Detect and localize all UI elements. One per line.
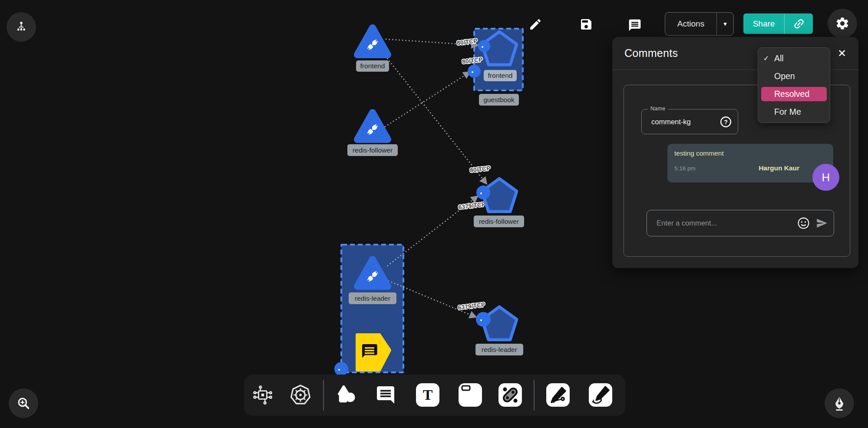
pen-path-tool-button[interactable]	[546, 383, 570, 407]
zoom-in-icon	[16, 396, 31, 411]
filter-option-all[interactable]: ✓ All	[758, 50, 830, 67]
infra-tool-button[interactable]	[252, 384, 274, 406]
toolbar-divider	[323, 380, 324, 411]
pencil-icon	[528, 17, 542, 31]
svg-text:frontend: frontend	[488, 72, 513, 79]
avatar: H	[812, 164, 839, 191]
frame-tool-button[interactable]	[459, 383, 482, 407]
comment-input-box[interactable]	[647, 210, 834, 236]
port-label: 6379/TCP	[458, 301, 486, 311]
node-service-frontend[interactable]	[357, 28, 388, 55]
comment-name-field[interactable]: Name ?	[641, 109, 738, 134]
edit-button[interactable]	[525, 14, 546, 35]
check-icon: ✓	[758, 54, 774, 63]
name-field-label: Name	[648, 106, 668, 112]
send-icon[interactable]	[816, 217, 828, 229]
filter-option-for-me[interactable]: For Me	[758, 103, 830, 121]
actions-label: Actions	[665, 19, 716, 29]
label-service-redis-leader: redis-leader	[349, 292, 396, 304]
frame-tool-icon	[459, 383, 482, 407]
settings-button[interactable]	[828, 9, 857, 38]
label-pod-redis-leader: redis-leader	[475, 344, 523, 355]
comments-filter-menu: ✓ All Open Resolved For Me	[758, 47, 830, 123]
connector-tool-button[interactable]	[498, 383, 522, 407]
label-pod-redis-follower: redis-follower	[474, 216, 524, 227]
comment-text: testing comment	[674, 149, 826, 157]
svg-text:redis-follower: redis-follower	[479, 218, 519, 225]
comment-time: 5:16 pm	[674, 165, 696, 172]
kubernetes-icon	[289, 384, 312, 406]
text-tool-icon: T	[416, 383, 439, 407]
pen-mode-button[interactable]	[825, 388, 854, 418]
panel-title: Comments	[624, 47, 678, 60]
node-pod-redis-leader[interactable]	[476, 307, 517, 340]
node-service-redis-follower[interactable]	[357, 113, 388, 139]
pen-nib-icon	[832, 395, 847, 411]
shape-toolbar: T	[244, 375, 625, 416]
text-tool-button[interactable]: T	[416, 383, 439, 407]
svg-text:redis-leader: redis-leader	[482, 346, 517, 353]
label-group-guestbook: guestbook	[479, 94, 519, 106]
filter-option-open[interactable]: Open	[758, 67, 830, 85]
comment-icon	[628, 18, 642, 32]
comment-bubble[interactable]: testing comment 5:16 pm Hargun Kaur	[667, 144, 833, 182]
connector-icon	[498, 383, 522, 407]
edge-redis-follower-svc-to-frontend-pod[interactable]	[385, 73, 469, 127]
shapes-tool-button[interactable]	[335, 384, 358, 406]
chevron-down-icon[interactable]: ▾	[717, 20, 733, 28]
comments-toggle-button[interactable]	[624, 15, 645, 36]
emoji-icon[interactable]	[797, 217, 810, 229]
chip-icon	[252, 384, 274, 406]
toolbar-divider	[534, 380, 535, 411]
hierarchy-icon	[14, 20, 28, 34]
share-label: Share	[743, 19, 784, 29]
group-endpoint[interactable]	[334, 362, 348, 376]
port-label: 80/TCP	[469, 165, 491, 174]
svg-text:redis-follower: redis-follower	[353, 146, 393, 154]
comment-tool-icon	[375, 385, 396, 405]
scribble-tool-button[interactable]	[589, 383, 612, 407]
comment-input[interactable]	[656, 219, 797, 228]
label-service-frontend: frontend	[356, 60, 389, 72]
scribble-pen-icon	[589, 383, 612, 407]
comment-tool-button[interactable]	[375, 385, 396, 405]
save-icon	[579, 17, 593, 31]
filter-option-resolved[interactable]: Resolved	[758, 85, 830, 103]
svg-text:frontend: frontend	[360, 62, 385, 70]
svg-text:?: ?	[724, 119, 728, 126]
svg-text:guestbook: guestbook	[483, 96, 515, 103]
hierarchy-layout-button[interactable]	[7, 12, 36, 42]
kubernetes-tool-button[interactable]	[289, 384, 312, 406]
comment-author: Hargun Kaur	[759, 164, 799, 172]
save-button[interactable]	[576, 14, 597, 35]
name-input[interactable]	[650, 117, 709, 126]
close-icon[interactable]: ✕	[834, 46, 850, 61]
port-label: 6379/TCP	[458, 201, 486, 211]
gear-icon	[835, 16, 850, 31]
actions-button[interactable]: Actions ▾	[665, 12, 734, 36]
svg-text:redis-leader: redis-leader	[355, 295, 390, 302]
shapes-icon	[335, 384, 358, 406]
help-icon[interactable]: ?	[720, 116, 732, 128]
share-button[interactable]: Share	[743, 13, 813, 34]
pen-path-icon	[546, 383, 570, 407]
label-pod-frontend: frontend	[484, 70, 517, 81]
zoom-button[interactable]	[9, 388, 38, 418]
label-service-redis-follower: redis-follower	[347, 144, 398, 156]
copy-link-icon[interactable]	[785, 17, 813, 30]
